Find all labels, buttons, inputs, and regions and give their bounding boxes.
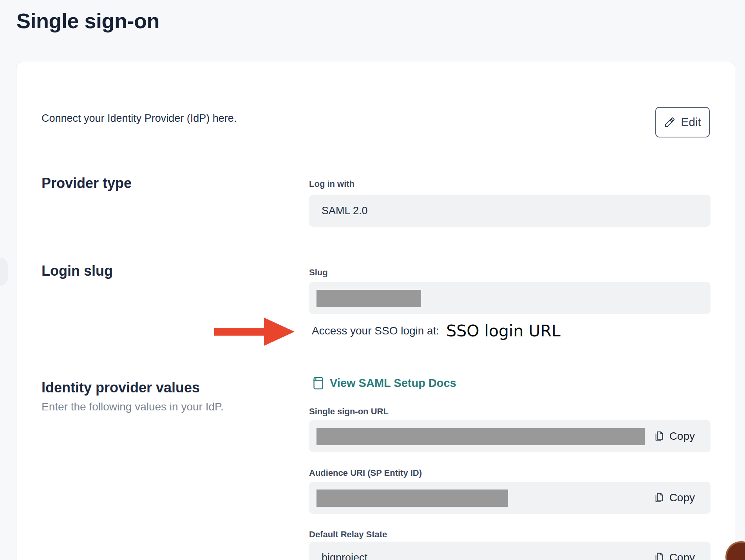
saml-docs-link-label: View SAML Setup Docs xyxy=(330,377,456,390)
sso-url-label: Single sign-on URL xyxy=(309,406,389,417)
copy-sso-url-button[interactable]: Copy xyxy=(654,430,695,443)
copy-icon xyxy=(654,430,664,442)
slug-label: Slug xyxy=(309,267,328,278)
idp-values-subheading: Enter the following values in your IdP. xyxy=(42,401,224,413)
saml-docs-link[interactable]: View SAML Setup Docs xyxy=(313,376,456,390)
access-login-row: Access your SSO login at: SSO login URL xyxy=(312,319,561,343)
audience-uri-field: Copy xyxy=(309,482,711,514)
copy-label: Copy xyxy=(669,551,695,560)
provider-type-field: SAML 2.0 xyxy=(309,195,711,227)
copy-audience-uri-button[interactable]: Copy xyxy=(654,491,695,504)
copy-label: Copy xyxy=(669,430,695,443)
edit-button[interactable]: Edit xyxy=(655,107,710,137)
default-relay-state-field: bigproject Copy xyxy=(309,542,711,560)
slug-redaction-bar xyxy=(316,290,421,307)
audience-uri-label: Audience URI (SP Entity ID) xyxy=(309,468,422,478)
document-icon xyxy=(313,376,324,390)
sso-url-redaction-bar xyxy=(316,428,645,445)
sso-settings-card: Connect your Identity Provider (IdP) her… xyxy=(16,62,735,560)
audience-uri-redaction-bar xyxy=(316,490,508,507)
page-title: Single sign-on xyxy=(16,9,159,33)
provider-type-value: SAML 2.0 xyxy=(322,205,368,217)
idp-values-heading: Identity provider values xyxy=(42,379,200,396)
copy-relay-state-button[interactable]: Copy xyxy=(654,551,695,560)
red-arrow-annotation xyxy=(214,318,295,346)
sso-url-field: Copy xyxy=(309,420,711,452)
slug-field xyxy=(309,282,711,314)
copy-icon xyxy=(654,552,664,560)
sso-login-url-annotation: SSO login URL xyxy=(446,322,561,340)
pencil-icon xyxy=(664,116,676,128)
drawer-handle[interactable] xyxy=(0,258,8,285)
login-slug-heading: Login slug xyxy=(42,263,113,279)
access-prefix-text: Access your SSO login at: xyxy=(312,325,439,337)
default-relay-state-label: Default Relay State xyxy=(309,529,387,540)
copy-label: Copy xyxy=(669,491,695,504)
edit-button-label: Edit xyxy=(681,116,701,129)
default-relay-state-value: bigproject xyxy=(322,552,367,560)
log-in-with-label: Log in with xyxy=(309,179,354,189)
copy-icon xyxy=(654,492,664,504)
intro-text: Connect your Identity Provider (IdP) her… xyxy=(42,112,237,125)
provider-type-heading: Provider type xyxy=(42,175,132,191)
